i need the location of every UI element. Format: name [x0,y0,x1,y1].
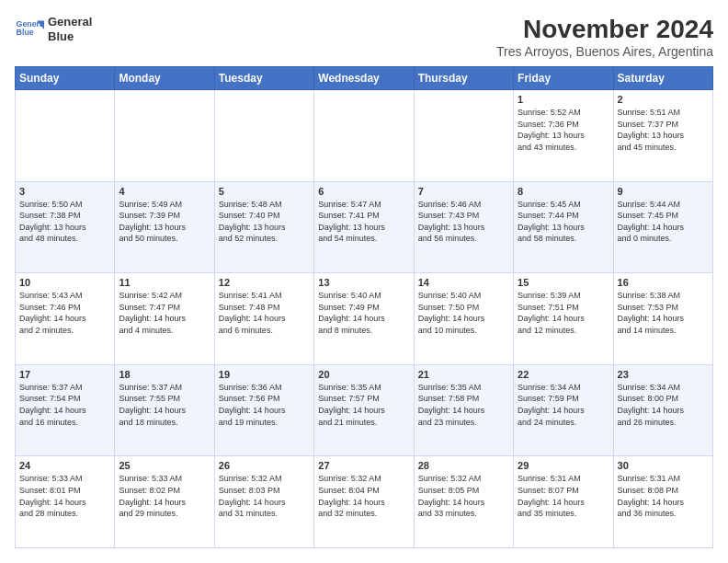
day-number: 18 [119,369,210,380]
calendar-cell [314,90,414,182]
day-info: Sunrise: 5:45 AM Sunset: 7:44 PM Dayligh… [518,199,609,245]
logo-text: General Blue [48,15,92,43]
calendar-cell [214,90,313,182]
day-info: Sunrise: 5:31 AM Sunset: 8:07 PM Dayligh… [518,473,609,519]
calendar-cell: 29Sunrise: 5:31 AM Sunset: 8:07 PM Dayli… [514,456,613,548]
day-number: 24 [19,460,110,471]
calendar-cell: 10Sunrise: 5:43 AM Sunset: 7:46 PM Dayli… [16,273,115,365]
calendar-cell: 2Sunrise: 5:51 AM Sunset: 7:37 PM Daylig… [613,90,712,182]
day-info: Sunrise: 5:38 AM Sunset: 7:53 PM Dayligh… [618,290,709,336]
day-number: 23 [618,369,709,380]
day-info: Sunrise: 5:35 AM Sunset: 7:58 PM Dayligh… [418,382,509,428]
day-number: 9 [618,186,709,197]
calendar-cell: 19Sunrise: 5:36 AM Sunset: 7:56 PM Dayli… [214,364,313,456]
calendar-cell: 14Sunrise: 5:40 AM Sunset: 7:50 PM Dayli… [414,273,513,365]
day-info: Sunrise: 5:33 AM Sunset: 8:01 PM Dayligh… [19,473,110,519]
day-info: Sunrise: 5:32 AM Sunset: 8:03 PM Dayligh… [219,473,310,519]
day-number: 3 [19,186,110,197]
day-number: 6 [318,186,409,197]
calendar-cell [115,90,214,182]
day-number: 28 [418,460,509,471]
day-info: Sunrise: 5:46 AM Sunset: 7:43 PM Dayligh… [418,199,509,245]
col-thursday: Thursday [414,67,513,90]
day-info: Sunrise: 5:49 AM Sunset: 7:39 PM Dayligh… [119,199,210,245]
calendar-cell: 17Sunrise: 5:37 AM Sunset: 7:54 PM Dayli… [16,364,115,456]
day-info: Sunrise: 5:34 AM Sunset: 7:59 PM Dayligh… [518,382,609,428]
main-title: November 2024 [496,15,713,44]
day-number: 22 [518,369,609,380]
day-number: 2 [618,94,709,105]
day-number: 8 [518,186,609,197]
day-number: 14 [418,277,509,288]
calendar-table: Sunday Monday Tuesday Wednesday Thursday… [15,66,713,548]
day-number: 25 [119,460,210,471]
col-wednesday: Wednesday [314,67,414,90]
day-number: 19 [219,369,310,380]
header-row: Sunday Monday Tuesday Wednesday Thursday… [16,67,713,90]
calendar-cell: 27Sunrise: 5:32 AM Sunset: 8:04 PM Dayli… [314,456,414,548]
calendar-cell [16,90,115,182]
calendar-body: 1Sunrise: 5:52 AM Sunset: 7:36 PM Daylig… [16,90,713,548]
calendar-cell: 18Sunrise: 5:37 AM Sunset: 7:55 PM Dayli… [115,364,214,456]
day-number: 15 [518,277,609,288]
day-number: 30 [618,460,709,471]
day-info: Sunrise: 5:40 AM Sunset: 7:50 PM Dayligh… [418,290,509,336]
day-number: 1 [518,94,609,105]
day-info: Sunrise: 5:34 AM Sunset: 8:00 PM Dayligh… [618,382,709,428]
day-number: 27 [318,460,409,471]
calendar-cell: 24Sunrise: 5:33 AM Sunset: 8:01 PM Dayli… [16,456,115,548]
calendar-cell: 12Sunrise: 5:41 AM Sunset: 7:48 PM Dayli… [214,273,313,365]
calendar-cell: 9Sunrise: 5:44 AM Sunset: 7:45 PM Daylig… [613,181,712,273]
day-info: Sunrise: 5:51 AM Sunset: 7:37 PM Dayligh… [618,107,709,153]
day-number: 13 [318,277,409,288]
calendar-cell: 23Sunrise: 5:34 AM Sunset: 8:00 PM Dayli… [613,364,712,456]
week-row-3: 10Sunrise: 5:43 AM Sunset: 7:46 PM Dayli… [16,273,713,365]
col-saturday: Saturday [613,67,712,90]
calendar-cell: 4Sunrise: 5:49 AM Sunset: 7:39 PM Daylig… [115,181,214,273]
logo-icon: General Blue [15,15,44,44]
calendar-cell: 1Sunrise: 5:52 AM Sunset: 7:36 PM Daylig… [514,90,613,182]
calendar-cell: 22Sunrise: 5:34 AM Sunset: 7:59 PM Dayli… [514,364,613,456]
calendar-cell: 11Sunrise: 5:42 AM Sunset: 7:47 PM Dayli… [115,273,214,365]
calendar-cell: 26Sunrise: 5:32 AM Sunset: 8:03 PM Dayli… [214,456,313,548]
calendar-cell: 28Sunrise: 5:32 AM Sunset: 8:05 PM Dayli… [414,456,513,548]
col-sunday: Sunday [16,67,115,90]
day-number: 26 [219,460,310,471]
svg-text:Blue: Blue [17,28,34,37]
day-info: Sunrise: 5:52 AM Sunset: 7:36 PM Dayligh… [518,107,609,153]
calendar-cell: 25Sunrise: 5:33 AM Sunset: 8:02 PM Dayli… [115,456,214,548]
day-info: Sunrise: 5:33 AM Sunset: 8:02 PM Dayligh… [119,473,210,519]
day-number: 5 [219,186,310,197]
calendar-cell: 21Sunrise: 5:35 AM Sunset: 7:58 PM Dayli… [414,364,513,456]
page: General Blue General Blue November 2024 … [0,0,728,563]
day-info: Sunrise: 5:35 AM Sunset: 7:57 PM Dayligh… [318,382,409,428]
day-info: Sunrise: 5:43 AM Sunset: 7:46 PM Dayligh… [19,290,110,336]
header: General Blue General Blue November 2024 … [15,15,713,59]
day-info: Sunrise: 5:41 AM Sunset: 7:48 PM Dayligh… [219,290,310,336]
day-number: 11 [119,277,210,288]
logo: General Blue General Blue [15,15,92,44]
day-info: Sunrise: 5:36 AM Sunset: 7:56 PM Dayligh… [219,382,310,428]
calendar-cell [414,90,513,182]
day-number: 17 [19,369,110,380]
day-number: 10 [19,277,110,288]
day-info: Sunrise: 5:40 AM Sunset: 7:49 PM Dayligh… [318,290,409,336]
calendar-cell: 3Sunrise: 5:50 AM Sunset: 7:38 PM Daylig… [16,181,115,273]
col-tuesday: Tuesday [214,67,313,90]
day-info: Sunrise: 5:42 AM Sunset: 7:47 PM Dayligh… [119,290,210,336]
day-info: Sunrise: 5:31 AM Sunset: 8:08 PM Dayligh… [618,473,709,519]
day-info: Sunrise: 5:50 AM Sunset: 7:38 PM Dayligh… [19,199,110,245]
day-number: 29 [518,460,609,471]
day-number: 21 [418,369,509,380]
day-info: Sunrise: 5:37 AM Sunset: 7:54 PM Dayligh… [19,382,110,428]
calendar-cell: 16Sunrise: 5:38 AM Sunset: 7:53 PM Dayli… [613,273,712,365]
week-row-5: 24Sunrise: 5:33 AM Sunset: 8:01 PM Dayli… [16,456,713,548]
calendar-cell: 8Sunrise: 5:45 AM Sunset: 7:44 PM Daylig… [514,181,613,273]
day-info: Sunrise: 5:39 AM Sunset: 7:51 PM Dayligh… [518,290,609,336]
calendar-cell: 5Sunrise: 5:48 AM Sunset: 7:40 PM Daylig… [214,181,313,273]
calendar-cell: 7Sunrise: 5:46 AM Sunset: 7:43 PM Daylig… [414,181,513,273]
week-row-4: 17Sunrise: 5:37 AM Sunset: 7:54 PM Dayli… [16,364,713,456]
calendar-cell: 20Sunrise: 5:35 AM Sunset: 7:57 PM Dayli… [314,364,414,456]
calendar-cell: 15Sunrise: 5:39 AM Sunset: 7:51 PM Dayli… [514,273,613,365]
day-number: 20 [318,369,409,380]
